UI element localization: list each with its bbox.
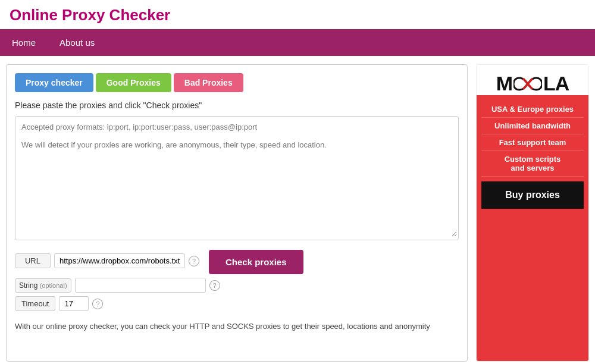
- footer-text: With our online proxy checker, you can c…: [15, 321, 459, 332]
- url-label: URL: [15, 253, 51, 268]
- left-panel: Proxy checker Good Proxies Bad Proxies P…: [6, 64, 468, 362]
- logo-m: M: [496, 72, 512, 95]
- proxy-input-container: [15, 116, 459, 240]
- timeout-input[interactable]: [59, 296, 89, 311]
- optional-label: (optional): [40, 282, 67, 289]
- ad-features: USA & Europe proxies Unlimited bandwidth…: [477, 95, 588, 361]
- ad-feature-1: USA & Europe proxies: [481, 101, 584, 118]
- check-button-container: Check proxies: [203, 250, 303, 274]
- tab-good-proxies[interactable]: Good Proxies: [96, 73, 171, 92]
- buy-proxies-button[interactable]: Buy proxies: [481, 181, 584, 209]
- tab-bad-proxies[interactable]: Bad Proxies: [174, 73, 243, 92]
- ad-feature-2: Unlimited bandwidth: [481, 118, 584, 134]
- logo-la: LA: [543, 72, 569, 95]
- check-proxies-button[interactable]: Check proxies: [209, 250, 303, 274]
- page-title: Online Proxy Checker: [0, 0, 595, 29]
- url-input[interactable]: [54, 253, 185, 268]
- instruction-text: Please paste the proxies and click "Chec…: [15, 101, 459, 110]
- ad-feature-4: Custom scripts and servers: [481, 151, 584, 177]
- timeout-option-line: Timeout ?: [15, 296, 459, 311]
- nav-item-home[interactable]: Home: [0, 29, 48, 56]
- tabs: Proxy checker Good Proxies Bad Proxies: [15, 73, 459, 92]
- ad-panel: M LA USA & Europe proxies Unlimited band…: [476, 64, 589, 362]
- proxy-textarea[interactable]: [17, 118, 457, 237]
- timeout-help-icon[interactable]: ?: [92, 299, 103, 309]
- main-nav: Home About us: [0, 29, 595, 56]
- url-option-line: URL ? Check proxies: [15, 247, 459, 274]
- ad-logo: M LA: [481, 72, 584, 95]
- logo-symbol: [513, 73, 542, 95]
- timeout-label: Timeout: [15, 296, 55, 311]
- nav-item-about[interactable]: About us: [48, 29, 107, 56]
- ad-feature-3: Fast support team: [481, 134, 584, 151]
- string-option-line: String (optional) ?: [15, 278, 459, 293]
- string-label: String (optional): [15, 278, 71, 293]
- url-help-icon[interactable]: ?: [189, 256, 199, 266]
- string-help-icon[interactable]: ?: [209, 280, 220, 291]
- tab-proxy-checker[interactable]: Proxy checker: [15, 73, 93, 92]
- options-row: URL ? Check proxies String (optional) ? …: [15, 247, 459, 311]
- main-content: Proxy checker Good Proxies Bad Proxies P…: [0, 56, 595, 364]
- ad-logo-area: M LA: [477, 65, 588, 95]
- string-input[interactable]: [75, 278, 206, 293]
